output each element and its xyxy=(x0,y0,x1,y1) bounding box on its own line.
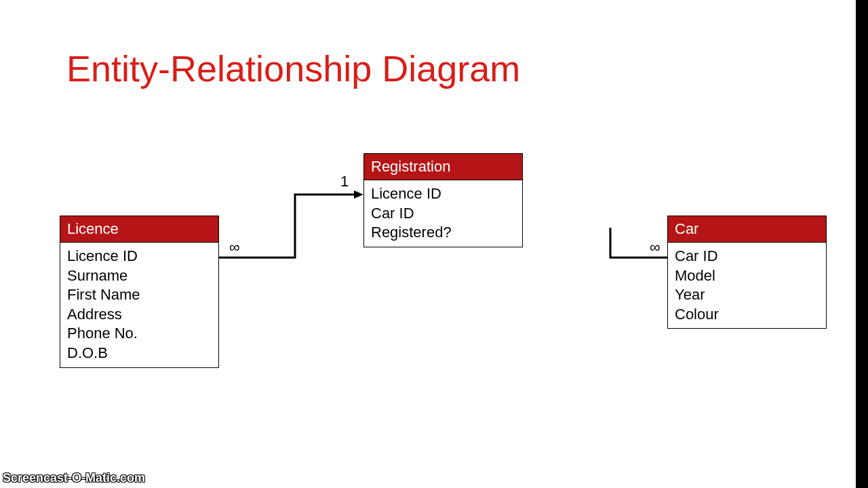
attr: Car ID xyxy=(371,204,515,224)
label-many-right: ∞ xyxy=(650,239,660,256)
entity-car-body: Car ID Model Year Colour xyxy=(668,243,826,328)
entity-licence-header: Licence xyxy=(60,216,218,243)
attr: First Name xyxy=(67,285,212,305)
attr: Registered? xyxy=(371,223,515,243)
attr: Address xyxy=(67,305,212,325)
attr: Car ID xyxy=(675,247,819,266)
entity-registration-header: Registration xyxy=(364,154,522,180)
entity-registration-body: Licence ID Car ID Registered? xyxy=(364,180,522,247)
attr: Colour xyxy=(675,305,819,325)
entity-car: Car Car ID Model Year Colour xyxy=(667,216,827,329)
entity-registration: Registration Licence ID Car ID Registere… xyxy=(363,153,523,247)
entity-car-header: Car xyxy=(668,216,826,243)
watermark: Screencast-O-Matic.com xyxy=(3,471,145,485)
attr: Model xyxy=(675,266,819,286)
attr: Licence ID xyxy=(67,247,212,266)
svg-marker-0 xyxy=(354,190,363,199)
entity-licence: Licence Licence ID Surname First Name Ad… xyxy=(60,216,219,368)
attr: Licence ID xyxy=(371,184,515,204)
page-title: Entity-Relationship Diagram xyxy=(66,47,520,89)
entity-licence-body: Licence ID Surname First Name Address Ph… xyxy=(60,243,218,367)
attr: Year xyxy=(675,285,819,305)
attr: Surname xyxy=(67,266,212,286)
right-black-border xyxy=(856,0,868,488)
attr: D.O.B xyxy=(67,344,212,363)
label-one: 1 xyxy=(340,173,349,190)
label-many-left: ∞ xyxy=(229,239,240,256)
attr: Phone No. xyxy=(67,324,212,344)
